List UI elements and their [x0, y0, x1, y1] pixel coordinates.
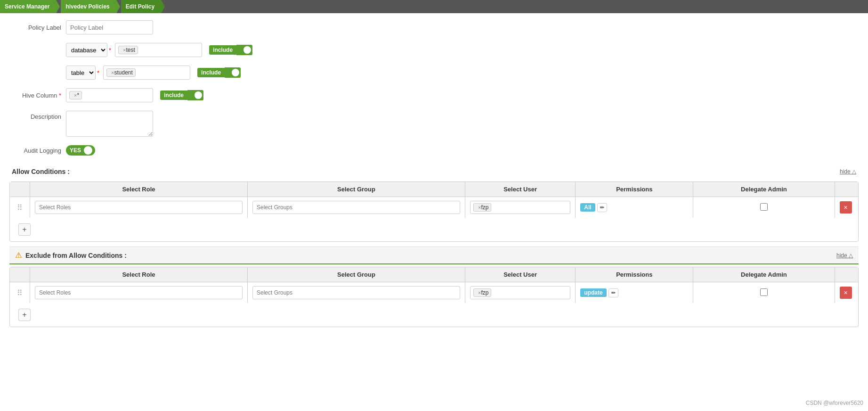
allow-user-cell: × fzp — [465, 197, 576, 218]
exclude-select-role-header: Select Role — [30, 267, 248, 282]
allow-role-input[interactable] — [35, 201, 243, 214]
allow-delegate-checkbox[interactable] — [760, 203, 768, 211]
allow-conditions-header-row: Select Role Select Group Select User Per… — [10, 182, 858, 197]
breadcrumb-edit-policy[interactable]: Edit Policy — [121, 0, 161, 13]
description-input[interactable] — [66, 111, 153, 137]
policy-label-label: Policy Label — [9, 24, 66, 31]
database-tag-input[interactable]: × test — [115, 43, 202, 57]
description-label: Description — [9, 111, 66, 120]
allow-user-tag: × fzp — [473, 203, 491, 212]
allow-delete-button[interactable]: × — [840, 201, 852, 214]
database-toggle-switch[interactable] — [236, 45, 252, 55]
audit-logging-row: Audit Logging YES — [9, 145, 859, 156]
exclude-user-tag-container[interactable]: × fzp — [470, 286, 570, 299]
exclude-drag-cell: ⠿ — [10, 282, 30, 304]
table-include-toggle[interactable]: include — [197, 67, 241, 78]
allow-group-cell — [248, 197, 465, 218]
allow-perm-badge: All — [580, 203, 595, 212]
allow-add-row-container: + — [10, 218, 858, 241]
exclude-delegate-cell — [693, 282, 835, 304]
allow-conditions-title: Allow Conditions : — [12, 168, 70, 175]
database-required: * — [109, 47, 111, 54]
exclude-conditions-hide-link[interactable]: hide △ — [836, 252, 853, 259]
exclude-conditions-container: Select Role Select Group Select User Per… — [9, 267, 859, 327]
exclude-user-cell: × fzp — [465, 282, 576, 304]
allow-add-row-button[interactable]: + — [18, 223, 31, 236]
table-toggle-switch[interactable] — [225, 67, 241, 78]
table-tag: × student — [106, 68, 136, 77]
policy-label-row: Policy Label — [9, 20, 859, 34]
exclude-drag-col-header — [10, 267, 30, 282]
exclude-perm-badge: update — [580, 288, 606, 297]
exclude-delegate-admin-header: Delegate Admin — [693, 267, 835, 282]
table-row: table * × student include — [9, 66, 859, 80]
exclude-delete-button[interactable]: × — [840, 287, 852, 299]
exclude-add-row-container: + — [10, 303, 858, 327]
table-tag-input[interactable]: × student — [103, 66, 190, 80]
exclude-add-row-button[interactable]: + — [18, 309, 31, 321]
exclude-role-cell — [30, 282, 248, 304]
allow-perm-edit-button[interactable]: ✏ — [597, 203, 607, 212]
table-required: * — [97, 69, 99, 76]
allow-group-input[interactable] — [252, 201, 460, 214]
allow-role-cell — [30, 197, 248, 218]
exclude-actions-header — [835, 267, 858, 282]
allow-conditions-header: Allow Conditions : hide △ — [9, 164, 859, 179]
delegate-admin-header: Delegate Admin — [693, 182, 835, 197]
breadcrumb: Service Manager hivedev Policies Edit Po… — [0, 0, 868, 13]
drag-cell: ⠿ — [10, 197, 30, 218]
audit-logging-label: Audit Logging — [9, 147, 66, 154]
hive-column-label: Hive Column * — [9, 92, 66, 99]
actions-header — [835, 182, 858, 197]
allow-conditions-container: Select Role Select Group Select User Per… — [9, 181, 859, 242]
database-tag: × test — [118, 46, 138, 54]
exclude-delete-cell: × — [835, 282, 858, 304]
hive-column-include-toggle[interactable]: include — [160, 90, 203, 100]
table-select[interactable]: table — [66, 66, 96, 80]
hive-column-tag: × * — [69, 91, 82, 99]
allow-conditions-hide-link[interactable]: hide △ — [840, 168, 856, 175]
exclude-select-user-header: Select User — [465, 267, 576, 282]
exclude-permissions-cell: update ✏ — [576, 282, 693, 304]
exclude-conditions-table: Select Role Select Group Select User Per… — [10, 267, 858, 303]
database-select[interactable]: database — [66, 43, 107, 57]
exclude-conditions-header: ⚠ Exclude from Allow Conditions : hide △ — [9, 247, 859, 264]
exclude-drag-handle-icon[interactable]: ⠿ — [15, 289, 25, 297]
hive-column-tag-input[interactable]: × * — [66, 88, 153, 102]
exclude-permissions-header: Permissions — [576, 267, 693, 282]
exclude-conditions-title: ⚠ Exclude from Allow Conditions : — [15, 251, 127, 260]
allow-user-tag-container[interactable]: × fzp — [470, 201, 570, 214]
breadcrumb-service-manager[interactable]: Service Manager — [0, 0, 56, 13]
exclude-perm-edit-button[interactable]: ✏ — [608, 288, 618, 297]
allow-delegate-cell — [693, 197, 835, 218]
warning-icon: ⚠ — [15, 251, 22, 260]
audit-logging-toggle[interactable]: YES — [66, 145, 95, 156]
exclude-user-tag: × fzp — [473, 288, 491, 297]
exclude-conditions-row: ⠿ × fzp — [10, 282, 858, 304]
allow-permissions-container: All ✏ — [580, 203, 688, 212]
exclude-delegate-checkbox[interactable] — [760, 288, 768, 296]
hive-column-toggle-switch[interactable] — [187, 90, 203, 100]
exclude-role-input[interactable] — [35, 286, 243, 299]
exclude-conditions-header-row: Select Role Select Group Select User Per… — [10, 267, 858, 282]
exclude-permissions-container: update ✏ — [580, 288, 688, 297]
select-role-header: Select Role — [30, 182, 248, 197]
database-row: database * × test include — [9, 43, 859, 57]
breadcrumb-hivedev-policies[interactable]: hivedev Policies — [61, 0, 116, 13]
permissions-header: Permissions — [576, 182, 693, 197]
description-row: Description — [9, 111, 859, 137]
allow-conditions-table: Select Role Select Group Select User Per… — [10, 182, 858, 218]
policy-label-input[interactable] — [66, 20, 153, 34]
audit-logging-toggle-circle — [84, 146, 92, 155]
database-include-toggle[interactable]: include — [209, 45, 252, 55]
drag-col-header — [10, 182, 30, 197]
allow-conditions-row: ⠿ × fzp — [10, 197, 858, 218]
drag-handle-icon[interactable]: ⠿ — [15, 204, 25, 212]
exclude-group-cell — [248, 282, 465, 304]
select-user-header: Select User — [465, 182, 576, 197]
exclude-select-group-header: Select Group — [248, 267, 465, 282]
exclude-group-input[interactable] — [252, 286, 460, 299]
allow-permissions-cell: All ✏ — [576, 197, 693, 218]
select-group-header: Select Group — [248, 182, 465, 197]
allow-delete-cell: × — [835, 197, 858, 218]
